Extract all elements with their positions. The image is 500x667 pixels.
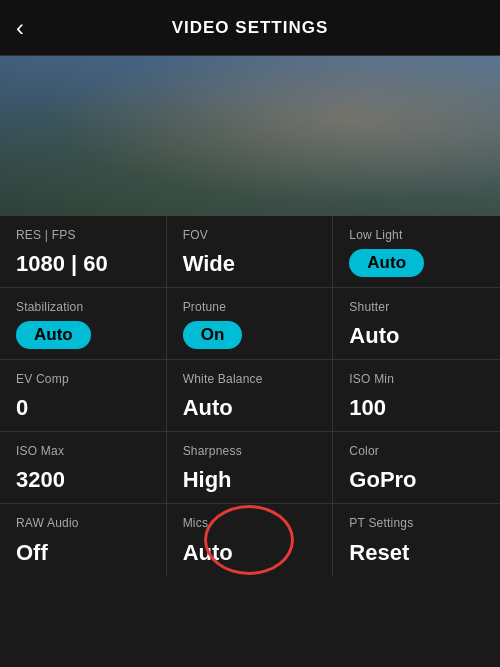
- res-fps-value: 1080 | 60: [16, 251, 108, 277]
- color-label: Color: [349, 444, 379, 458]
- setting-pt-settings[interactable]: PT Settings Reset: [333, 504, 500, 576]
- sharpness-value: High: [183, 467, 232, 493]
- fov-value: Wide: [183, 251, 235, 277]
- stabilization-label: Stabilization: [16, 300, 83, 314]
- setting-color[interactable]: Color GoPro: [333, 432, 500, 504]
- iso-max-value: 3200: [16, 467, 65, 493]
- white-balance-value: Auto: [183, 395, 233, 421]
- iso-min-label: ISO Min: [349, 372, 394, 386]
- setting-ev-comp[interactable]: EV Comp 0: [0, 360, 167, 432]
- mics-label: Mics: [183, 516, 208, 530]
- low-light-value: Auto: [349, 249, 424, 277]
- setting-white-balance[interactable]: White Balance Auto: [167, 360, 334, 432]
- shutter-value: Auto: [349, 323, 399, 349]
- iso-min-value: 100: [349, 395, 386, 421]
- header: ‹ VIDEO SETTINGS: [0, 0, 500, 56]
- raw-audio-label: RAW Audio: [16, 516, 79, 530]
- setting-sharpness[interactable]: Sharpness High: [167, 432, 334, 504]
- setting-low-light[interactable]: Low Light Auto: [333, 216, 500, 288]
- protune-value: On: [183, 321, 243, 349]
- back-button[interactable]: ‹: [16, 14, 24, 42]
- setting-fov[interactable]: FOV Wide: [167, 216, 334, 288]
- page-title: VIDEO SETTINGS: [172, 18, 329, 38]
- ev-comp-value: 0: [16, 395, 28, 421]
- mics-value: Auto: [183, 540, 233, 566]
- setting-res-fps[interactable]: RES | FPS 1080 | 60: [0, 216, 167, 288]
- color-value: GoPro: [349, 467, 416, 493]
- protune-label: Protune: [183, 300, 226, 314]
- pt-settings-value: Reset: [349, 540, 409, 566]
- white-balance-label: White Balance: [183, 372, 263, 386]
- sharpness-label: Sharpness: [183, 444, 242, 458]
- setting-shutter[interactable]: Shutter Auto: [333, 288, 500, 360]
- setting-stabilization[interactable]: Stabilization Auto: [0, 288, 167, 360]
- raw-audio-value: Off: [16, 540, 48, 566]
- fov-label: FOV: [183, 228, 208, 242]
- setting-raw-audio[interactable]: RAW Audio Off: [0, 504, 167, 576]
- iso-max-label: ISO Max: [16, 444, 64, 458]
- res-fps-label: RES | FPS: [16, 228, 76, 242]
- settings-grid: RES | FPS 1080 | 60 FOV Wide Low Light A…: [0, 216, 500, 576]
- pt-settings-label: PT Settings: [349, 516, 413, 530]
- setting-iso-max[interactable]: ISO Max 3200: [0, 432, 167, 504]
- ev-comp-label: EV Comp: [16, 372, 69, 386]
- setting-mics[interactable]: Mics Auto: [167, 504, 334, 576]
- stabilization-value: Auto: [16, 321, 91, 349]
- setting-protune[interactable]: Protune On: [167, 288, 334, 360]
- shutter-label: Shutter: [349, 300, 389, 314]
- setting-iso-min[interactable]: ISO Min 100: [333, 360, 500, 432]
- low-light-label: Low Light: [349, 228, 402, 242]
- hero-image: [0, 56, 500, 216]
